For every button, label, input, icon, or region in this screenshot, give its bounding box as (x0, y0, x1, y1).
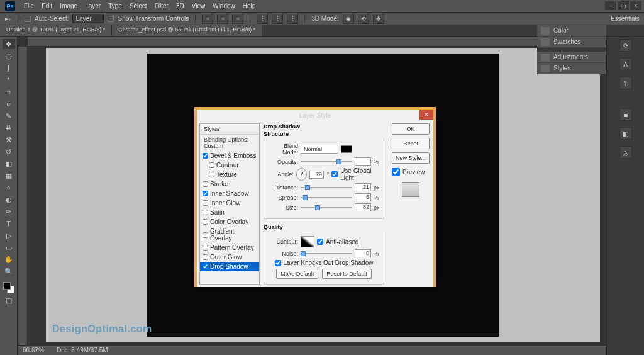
zoom-tool-icon[interactable]: 🔍 (3, 266, 15, 276)
style-checkbox[interactable] (203, 254, 208, 260)
opacity-slider[interactable] (301, 159, 352, 165)
angle-input[interactable]: 79 (309, 171, 324, 179)
panel-color[interactable]: Color (537, 25, 606, 37)
menu-help[interactable]: Help (239, 1, 260, 11)
doc-tab[interactable]: Untitled-1 @ 100% (Layer 21, RGB/8) * (0, 25, 112, 36)
menu-type[interactable]: Type (104, 1, 126, 11)
close-window-icon[interactable]: × (630, 1, 641, 10)
reset-button[interactable]: Reset (392, 138, 430, 149)
distribute-icon[interactable]: ⋮ (287, 14, 298, 24)
style-checkbox[interactable] (203, 210, 208, 215)
eraser-tool-icon[interactable]: ◧ (3, 159, 15, 169)
panel-adjustments[interactable]: Adjustments (537, 52, 606, 63)
maximize-icon[interactable]: ▢ (618, 1, 629, 10)
style-checkbox[interactable] (203, 181, 208, 187)
noise-slider[interactable] (301, 251, 352, 257)
move-tool-icon[interactable]: ✥ (3, 39, 15, 49)
knockout-checkbox[interactable] (275, 260, 281, 266)
make-default-button[interactable]: Make Default (276, 269, 318, 279)
blur-tool-icon[interactable]: ○ (3, 183, 15, 193)
menu-3d[interactable]: 3D (172, 1, 188, 11)
auto-select-target[interactable]: Layer (72, 14, 104, 23)
blend-mode-select[interactable]: Normal (301, 145, 338, 154)
panel-styles[interactable]: Styles (537, 63, 606, 74)
distribute-icon[interactable]: ⋮ (272, 14, 283, 24)
path-tool-icon[interactable]: ▷ (3, 230, 15, 240)
crop-tool-icon[interactable]: ⌗ (3, 87, 15, 97)
style-checkbox[interactable] (203, 232, 208, 238)
menu-file[interactable]: File (20, 1, 38, 11)
color-swatch[interactable] (3, 282, 14, 293)
reset-default-button[interactable]: Reset to Default (322, 269, 372, 279)
menu-filter[interactable]: Filter (151, 1, 172, 11)
style-item[interactable]: Stroke (200, 179, 259, 189)
paths-panel-icon[interactable]: ◬ (619, 146, 632, 159)
shadow-color-swatch[interactable] (341, 145, 352, 153)
doc-tab[interactable]: Chrome_effect.psd @ 66.7% (Gradient Fill… (112, 25, 262, 36)
size-input[interactable]: 82 (355, 203, 371, 211)
doc-info[interactable]: Doc: 5.49M/37.5M (57, 347, 108, 354)
history-panel-icon[interactable]: ⟳ (619, 39, 632, 52)
style-item[interactable]: Gradient Overlay (200, 227, 259, 243)
history-brush-icon[interactable]: ↺ (3, 147, 15, 157)
style-item[interactable]: Inner Shadow (200, 189, 259, 198)
minimize-icon[interactable]: – (605, 1, 616, 10)
new-style-button[interactable]: New Style... (392, 152, 430, 164)
styles-header[interactable]: Styles (200, 124, 259, 135)
menu-window[interactable]: Window (209, 1, 239, 11)
hand-tool-icon[interactable]: ✋ (3, 254, 15, 264)
zoom-level[interactable]: 66.67% (23, 347, 44, 354)
wand-tool-icon[interactable]: * (3, 75, 15, 85)
align-icon[interactable]: ≡ (217, 14, 228, 24)
style-item[interactable]: Bevel & Emboss (200, 151, 259, 161)
style-checkbox[interactable] (203, 219, 208, 225)
style-checkbox[interactable] (209, 172, 214, 178)
menu-edit[interactable]: Edit (38, 1, 56, 11)
dodge-tool-icon[interactable]: ◐ (3, 194, 15, 205)
style-item[interactable]: Inner Glow (200, 198, 259, 208)
close-icon[interactable]: ✕ (419, 110, 433, 120)
3d-icon[interactable]: ⟲ (358, 14, 369, 24)
eyedropper-tool-icon[interactable]: ℮ (3, 99, 15, 109)
distribute-icon[interactable]: ⋮ (257, 14, 268, 24)
3d-icon[interactable]: ✥ (373, 14, 384, 24)
style-checkbox[interactable] (203, 153, 208, 159)
menu-layer[interactable]: Layer (81, 1, 104, 11)
style-item[interactable]: Satin (200, 208, 259, 217)
gradient-tool-icon[interactable]: ▦ (3, 171, 15, 181)
style-checkbox[interactable] (203, 200, 208, 206)
layers-panel-icon[interactable]: ≣ (619, 108, 632, 121)
menu-select[interactable]: Select (126, 1, 151, 11)
workspace-switcher[interactable]: Essentials (606, 13, 644, 25)
marquee-tool-icon[interactable]: ◌ (3, 51, 15, 61)
lasso-tool-icon[interactable]: ʃ (3, 63, 15, 73)
contour-picker[interactable] (301, 236, 314, 247)
distance-input[interactable]: 21 (355, 183, 371, 191)
paragraph-panel-icon[interactable]: ¶ (619, 77, 632, 89)
menu-image[interactable]: Image (56, 1, 81, 11)
show-transform-checkbox[interactable] (108, 16, 114, 22)
style-checkbox[interactable] (203, 264, 208, 269)
style-item[interactable]: Pattern Overlay (200, 243, 259, 252)
style-item[interactable]: Texture (200, 170, 259, 179)
size-slider[interactable] (301, 205, 352, 211)
opacity-input[interactable] (355, 157, 371, 166)
brush-tool-icon[interactable]: ⵌ (3, 123, 15, 133)
quickmask-icon[interactable]: ◫ (3, 295, 15, 305)
style-item[interactable]: Contour (200, 161, 259, 170)
auto-select-checkbox[interactable] (25, 16, 31, 22)
heal-tool-icon[interactable]: ✎ (3, 111, 15, 121)
panel-swatches[interactable]: Swatches (537, 37, 606, 48)
global-light-checkbox[interactable] (331, 171, 338, 178)
antialias-checkbox[interactable] (317, 239, 323, 245)
spread-slider[interactable] (301, 194, 352, 201)
3d-icon[interactable]: ◉ (343, 14, 354, 24)
style-item[interactable]: Outer Glow (200, 252, 259, 262)
character-panel-icon[interactable]: A (619, 58, 632, 70)
align-icon[interactable]: ≡ (202, 14, 213, 24)
style-checkbox[interactable] (203, 191, 208, 196)
pen-tool-icon[interactable]: ✑ (3, 206, 15, 217)
noise-input[interactable]: 0 (355, 249, 371, 257)
preview-checkbox[interactable] (392, 168, 400, 176)
ok-button[interactable]: OK (392, 123, 430, 135)
